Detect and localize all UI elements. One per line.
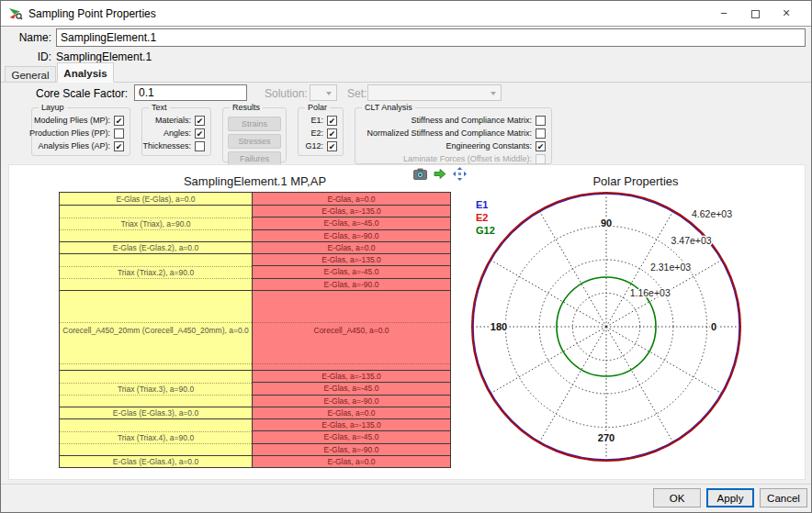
layup-row: Triax (Triax.4), a=90.0E-Glas, a=-135.0E…	[60, 418, 450, 455]
layup-groupbox: Layup Modeling Plies (MP):✔Production Pl…	[31, 107, 130, 156]
checkbox-row: Modeling Plies (MP):✔	[32, 114, 130, 127]
checkbox[interactable]: ✔	[536, 141, 546, 151]
analysis-ply-cell: E-Glas, a=-90.0	[253, 229, 450, 241]
analysis-ply-column: E-Glas, a=-135.0E-Glas, a=-45.0E-Glas, a…	[253, 206, 450, 241]
checkbox-label: Materials:	[155, 116, 191, 125]
text-group-title: Text	[149, 103, 170, 112]
analysis-ply-cell: E-Glas, a=-45.0	[253, 217, 450, 229]
analysis-ply-cell: E-Glas, a=-45.0	[253, 265, 450, 277]
chevron-down-icon	[326, 92, 332, 95]
checkbox[interactable]: ✔	[327, 116, 337, 126]
maximize-button[interactable]	[741, 4, 769, 23]
checkbox[interactable]: ✔	[114, 141, 124, 151]
checkbox-row: Engineering Constants:✔	[355, 139, 551, 152]
layup-row: E-Glas (E-Glas.4), a=0.0E-Glas, a=0.0	[60, 455, 450, 467]
checkbox[interactable]	[195, 141, 205, 151]
modeling-ply-cell: Triax (Triax.3), a=90.0	[60, 371, 253, 407]
ply-dotted-line	[60, 229, 252, 230]
checkbox[interactable]	[536, 128, 546, 139]
core-scale-factor-input[interactable]	[134, 84, 247, 101]
checkbox-row: E1:✔	[299, 114, 343, 127]
analysis-ply-cell: E-Glas, a=-90.0	[253, 395, 450, 407]
analysis-ply-column: E-Glas, a=0.0	[253, 242, 450, 253]
checkbox-row: Materials:✔	[142, 114, 210, 127]
svg-text:270: 270	[598, 432, 615, 443]
ply-dotted-line	[60, 431, 252, 432]
layup-chart-title: SamplingElement.1 MP,AP	[59, 174, 451, 188]
checkbox-row: Laminate Forces (Offset is Middle):	[355, 152, 551, 165]
modeling-ply-cell: E-Glas (E-Glas.2), a=0.0	[60, 242, 253, 253]
analysis-ply-cell: E-Glas, a=-45.0	[253, 430, 450, 442]
modeling-ply-cell: Triax (Triax.2), a=90.0	[60, 254, 253, 290]
clt-analysis-group-title: CLT Analysis	[362, 103, 415, 112]
analysis-ply-cell: E-Glas, a=0.0	[253, 407, 450, 418]
close-button[interactable]: ×	[773, 4, 800, 23]
svg-text:0: 0	[711, 321, 716, 332]
maximize-icon	[751, 10, 760, 18]
footer-separator	[1, 484, 811, 485]
checkbox-label: Laminate Forces (Offset is Middle):	[403, 154, 532, 163]
modeling-ply-cell: Triax (Triax.4), a=90.0	[60, 419, 253, 455]
ply-dotted-line	[60, 266, 252, 267]
clt-analysis-groupbox: CLT Analysis Stiffness and Compliance Ma…	[355, 107, 552, 164]
checkbox-label: E1:	[310, 116, 323, 125]
ply-dotted-line	[60, 322, 252, 323]
window-title: Sampling Point Properties	[28, 7, 156, 20]
ply-dotted-line	[60, 395, 252, 396]
checkbox-label: E2:	[310, 128, 323, 138]
layup-row: Triax (Triax), a=90.0E-Glas, a=-135.0E-G…	[60, 205, 450, 241]
layup-row: E-Glas (E-Glas.3), a=0.0E-Glas, a=0.0	[60, 407, 450, 418]
checkbox[interactable]: ✔	[327, 141, 337, 151]
cancel-button[interactable]: Cancel	[760, 488, 807, 507]
polar-groupbox: Polar E1:✔E2:✔G12:✔	[298, 107, 344, 156]
apply-button[interactable]: Apply	[706, 488, 754, 507]
tab-strip-line	[1, 82, 811, 83]
layup-group-title: Layup	[39, 103, 67, 112]
name-input[interactable]	[56, 28, 806, 47]
analysis-ply-column: E-Glas, a=-135.0E-Glas, a=-45.0E-Glas, a…	[253, 254, 450, 290]
svg-text:1.16e+03: 1.16e+03	[630, 287, 671, 298]
analysis-ply-cell: E-Glas, a=0.0	[253, 456, 450, 467]
checkbox[interactable]: ✔	[195, 116, 205, 126]
checkbox[interactable]: ✔	[327, 128, 337, 139]
modeling-ply-cell: Triax (Triax), a=90.0	[60, 206, 253, 241]
checkbox-row: Normalized Stiffness and Compliance Matr…	[355, 127, 551, 139]
ply-dotted-line	[60, 383, 252, 384]
ok-button[interactable]: OK	[653, 488, 701, 507]
svg-text:3.47e+03: 3.47e+03	[671, 235, 712, 246]
analysis-ply-cell: E-Glas, a=-45.0	[253, 382, 450, 394]
id-value: SamplingElement.1	[56, 50, 152, 63]
checkbox-label: G12:	[305, 141, 323, 151]
analysis-ply-cell: E-Glas, a=-135.0	[253, 371, 450, 382]
checkbox-row: Thicknesses:	[142, 139, 210, 152]
close-icon: ×	[783, 6, 790, 20]
checkbox-row: Angles:✔	[142, 127, 210, 139]
layup-row: E-Glas (E-Glas.2), a=0.0E-Glas, a=0.0	[60, 241, 450, 253]
ply-dotted-line	[60, 443, 252, 444]
ply-dotted-line	[60, 278, 252, 279]
minimize-button[interactable]: −	[710, 4, 738, 23]
id-label: ID:	[8, 50, 51, 63]
analysis-ply-cell: E-Glas, a=0.0	[253, 193, 450, 205]
analysis-ply-cell: E-Glas, a=-135.0	[253, 419, 450, 430]
layup-row: E-Glas (E-Glas), a=0.0E-Glas, a=0.0	[60, 193, 450, 205]
analysis-ply-column: E-Glas, a=0.0	[253, 407, 450, 418]
tab-general[interactable]: General	[5, 66, 56, 83]
modeling-ply-cell: E-Glas (E-Glas), a=0.0	[60, 193, 253, 205]
checkbox[interactable]	[114, 128, 124, 139]
solution-combobox	[310, 84, 337, 101]
text-groupbox: Text Materials:✔Angles:✔Thicknesses:	[141, 107, 211, 156]
analysis-ply-column: E-Glas, a=-135.0E-Glas, a=-45.0E-Glas, a…	[253, 419, 450, 455]
analysis-ply-column: E-Glas, a=0.0	[253, 456, 450, 467]
set-combobox	[367, 84, 502, 101]
checkbox[interactable]: ✔	[195, 128, 205, 139]
checkbox-label: Production Plies (PP):	[29, 128, 110, 138]
checkbox[interactable]: ✔	[114, 116, 124, 126]
results-groupbox: Results StrainsStressesFailures	[222, 107, 287, 162]
tab-analysis[interactable]: Analysis	[57, 62, 114, 83]
analysis-ply-column: E-Glas, a=-135.0E-Glas, a=-45.0E-Glas, a…	[253, 371, 450, 407]
checkbox[interactable]	[536, 116, 546, 126]
checkbox-label: Thicknesses:	[142, 141, 191, 151]
sampling-point-properties-dialog: Sampling Point Properties − × Name: ID: …	[0, 0, 812, 513]
layup-row: Triax (Triax.3), a=90.0E-Glas, a=-135.0E…	[60, 370, 450, 407]
